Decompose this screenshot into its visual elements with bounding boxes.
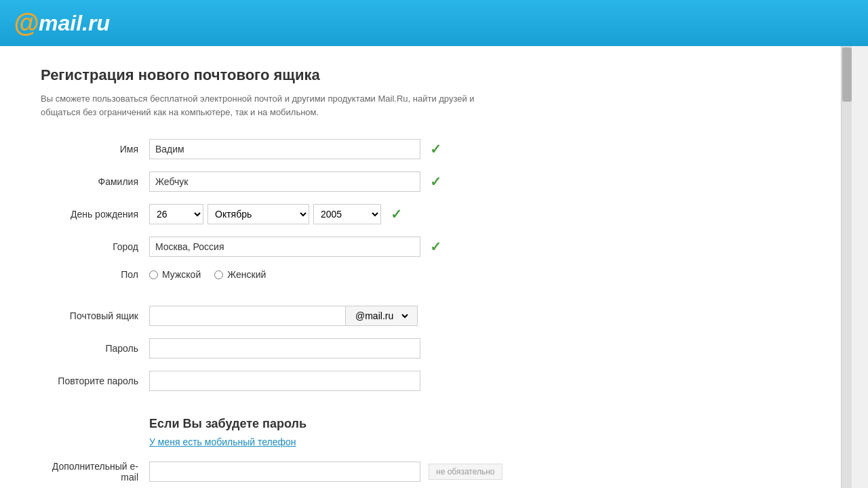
logo-at-symbol: @	[14, 10, 39, 36]
city-input[interactable]	[149, 237, 420, 257]
page-subtitle: Вы сможете пользоваться бесплатной элект…	[41, 92, 475, 119]
first-name-label: Имя	[41, 144, 149, 155]
mailbox-input-group: @mail.ru @inbox.ru @list.ru @bk.ru	[149, 306, 418, 326]
mailbox-field: @mail.ru @inbox.ru @list.ru @bk.ru	[149, 306, 583, 326]
mailbox-domain-selector[interactable]: @mail.ru @inbox.ru @list.ru @bk.ru	[346, 306, 418, 326]
city-checkmark: ✓	[430, 239, 441, 255]
gender-label: Пол	[41, 269, 149, 280]
last-name-field: ✓	[149, 171, 583, 192]
city-field: ✓	[149, 237, 583, 257]
password-recovery-title: Если Вы забудете пароль	[149, 417, 583, 431]
birthday-day-select[interactable]: 26	[149, 204, 203, 224]
city-label: Город	[41, 241, 149, 252]
last-name-checkmark: ✓	[430, 174, 441, 190]
birthday-checkmark: ✓	[391, 206, 402, 222]
header: @ mail.ru	[0, 0, 868, 46]
password-label: Пароль	[41, 343, 149, 354]
domain-select[interactable]: @mail.ru @inbox.ru @list.ru @bk.ru	[353, 310, 410, 322]
spacer-2	[41, 403, 583, 417]
gender-options: Мужской Женский	[149, 269, 266, 280]
gender-field: Мужской Женский	[149, 269, 583, 280]
password-field	[149, 338, 583, 359]
birthday-field: 26 Октябрь 2005 ✓	[149, 204, 583, 224]
password-input[interactable]	[149, 338, 420, 359]
mobile-phone-link[interactable]: У меня есть мобильный телефон	[149, 436, 583, 447]
birthday-label: День рождения	[41, 209, 149, 220]
first-name-row: Имя ✓	[41, 139, 583, 159]
repeat-password-field	[149, 371, 583, 391]
logo-text: mail.ru	[39, 12, 110, 34]
gender-female-option[interactable]: Женский	[214, 269, 266, 280]
repeat-password-label: Повторите пароль	[41, 375, 149, 386]
first-name-field: ✓	[149, 139, 583, 159]
page-wrapper: Регистрация нового почтового ящика Вы см…	[0, 46, 868, 488]
gender-male-label: Мужской	[162, 269, 201, 280]
logo: @ mail.ru	[14, 10, 110, 36]
main-content: Регистрация нового почтового ящика Вы см…	[0, 46, 841, 488]
last-name-row: Фамилия ✓	[41, 171, 583, 192]
spacer-1	[41, 292, 583, 306]
gender-female-radio[interactable]	[214, 270, 223, 279]
registration-form: Имя ✓ Фамилия ✓ День рождения	[41, 139, 583, 488]
password-row: Пароль	[41, 338, 583, 359]
additional-email-field: не обязательно	[149, 462, 583, 482]
mailbox-row: Почтовый ящик @mail.ru @inbox.ru @list.r…	[41, 306, 583, 326]
additional-email-label: Дополнительный e-mail	[41, 461, 149, 483]
birthday-year-select[interactable]: 2005	[313, 204, 381, 224]
birthday-month-select[interactable]: Октябрь	[208, 204, 309, 224]
gender-row: Пол Мужской Женский	[41, 269, 583, 280]
last-name-label: Фамилия	[41, 176, 149, 187]
first-name-checkmark: ✓	[430, 141, 441, 157]
mailbox-input[interactable]	[149, 306, 346, 326]
additional-email-input[interactable]	[149, 462, 420, 482]
additional-email-row: Дополнительный e-mail не обязательно	[41, 461, 583, 483]
scrollbar[interactable]	[841, 46, 852, 488]
birthday-selects: 26 Октябрь 2005	[149, 204, 381, 224]
gender-male-option[interactable]: Мужской	[149, 269, 201, 280]
birthday-row: День рождения 26 Октябрь 2005 ✓	[41, 204, 583, 224]
page-title: Регистрация нового почтового ящика	[41, 66, 800, 84]
repeat-password-input[interactable]	[149, 371, 420, 391]
first-name-input[interactable]	[149, 139, 420, 159]
last-name-input[interactable]	[149, 171, 420, 192]
gender-female-label: Женский	[227, 269, 266, 280]
optional-badge: не обязательно	[429, 464, 502, 480]
mailbox-label: Почтовый ящик	[41, 310, 149, 321]
gender-male-radio[interactable]	[149, 270, 158, 279]
scrollbar-thumb[interactable]	[842, 47, 852, 102]
repeat-password-row: Повторите пароль	[41, 371, 583, 391]
city-row: Город ✓	[41, 237, 583, 257]
